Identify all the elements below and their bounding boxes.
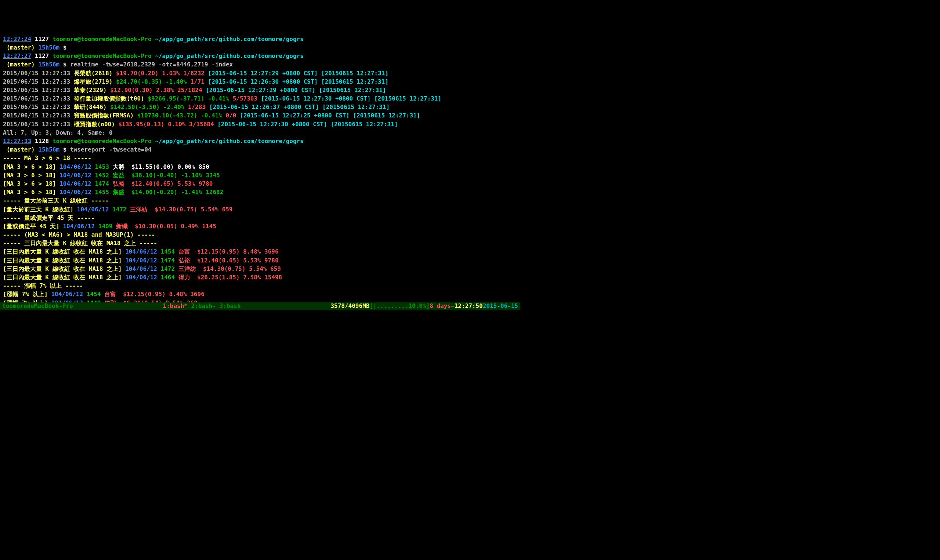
terminal-line: 2015/06/15 12:27:33 華研(8446) $142.50(-3.… [3,103,517,111]
terminal-line: 2015/06/15 12:27:33 長榮航(2618) $19.70(0.2… [3,69,517,77]
terminal-line: ----- (MA3 < MA6) > MA18 and MA3UP(1) --… [3,231,517,239]
terminal-line: [MA 3 > 6 > 18] 104/06/12 1474 弘裕 $12.40… [3,180,517,188]
terminal-line: [MA 3 > 6 > 18] 104/06/12 1452 宏益 $36.10… [3,171,517,180]
terminal-line: ----- 量大於前三天 K 線收紅 ----- [3,196,517,205]
terminal-line: [三日內最大量 K 線收紅 收在 MA18 之上] 104/06/12 1464… [3,273,517,282]
terminal-line: [三日內最大量 K 線收紅 收在 MA18 之上] 104/06/12 1454… [3,247,517,256]
terminal-line: 2015/06/15 12:27:33 華泰(2329) $12.90(0.30… [3,86,517,94]
status-tab-rest: 2:bash- 3:bash [188,302,241,309]
terminal-line: [量大於前三天 K 線收紅] 104/06/12 1472 三洋紡 $14.30… [3,205,517,214]
terminal-line: [MA 3 > 6 > 18] 104/06/12 1455 集盛 $14.00… [3,188,517,196]
terminal-line: All: 7, Up: 3, Down: 4, Same: 0 [3,128,517,137]
terminal-line: (master) 15h56m $ realtime -twse=2618,23… [3,60,517,69]
terminal-line: 2015/06/15 12:27:33 寶島股價指數(FRMSA) $10730… [3,111,517,120]
status-right: 3578/4096MB[|.........10.0%]8 days—12:27… [330,302,518,310]
terminal-line: [MA 3 > 6 > 18] 104/06/12 1453 大將 $11.55… [3,163,517,171]
terminal-output[interactable]: 12:27:24 1127 toomore@toomoredeMacBook-P… [3,35,517,310]
terminal-line: [量或價走平 45 天] 104/06/12 1409 新纖 $10.30(0.… [3,222,517,231]
terminal-line: [三日內最大量 K 線收紅 收在 MA18 之上] 104/06/12 1472… [3,265,517,273]
terminal-line: (master) 15h56m $ [3,43,517,52]
terminal-line: [三日內最大量 K 線收紅 收在 MA18 之上] 104/06/12 1474… [3,256,517,265]
terminal-line: 2015/06/15 12:27:33 燦星旅(2719) $24.70(-0.… [3,77,517,86]
terminal-line: [漲幅 7% 以上] 104/06/12 1454 台富 $12.15(0.95… [3,290,517,298]
terminal-line: ----- MA 3 > 6 > 18 ----- [3,154,517,162]
status-tab-active: 1:bash* [163,302,188,309]
terminal-line: (master) 15h56m $ twsereport -twsecate=0… [3,145,517,154]
terminal-line: ----- 漲幅 7% 以上 ----- [3,282,517,290]
status-tabs: 1:bash* 2:bash- 3:bash [73,302,331,310]
terminal-line: 12:27:24 1127 toomore@toomoredeMacBook-P… [3,35,517,43]
status-host: toomoredeMacBook-Pro [2,302,73,310]
terminal-line: ----- 三日內最大量 K 線收紅 收在 MA18 之上 ----- [3,239,517,247]
terminal-line: 2015/06/15 12:27:33 櫃買指數(o00) $135.95(0.… [3,120,517,128]
terminal-line: 2015/06/15 12:27:33 發行量加權股價指數(t00) $9266… [3,94,517,103]
terminal-line: 12:27:27 1127 toomore@toomoredeMacBook-P… [3,52,517,60]
tmux-status-bar: toomoredeMacBook-Pro 1:bash* 2:bash- 3:b… [0,302,520,310]
terminal-line: 12:27:33 1128 toomore@toomoredeMacBook-P… [3,137,517,145]
terminal-line: ----- 量或價走平 45 天 ----- [3,214,517,222]
